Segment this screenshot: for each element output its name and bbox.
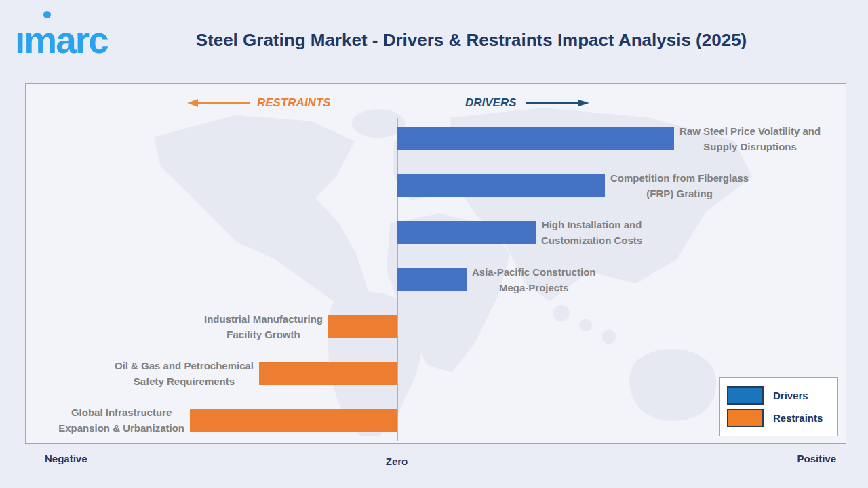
bar-label: Oil & Gas and PetrochemicalSafety Requir… [115, 358, 254, 389]
page-title: Steel Grating Market - Drivers & Restrai… [156, 30, 787, 51]
restraints-arrow-icon [187, 98, 252, 108]
imarc-logo-dot-icon [43, 11, 51, 18]
legend-item-drivers: Drivers [727, 386, 808, 405]
legend-item-restraints: Restraints [727, 409, 823, 427]
restraint-bar [190, 409, 397, 432]
bar-label: Asia-Pacific ConstructionMega-Projects [472, 264, 596, 296]
imarc-logo: ımarc [15, 20, 151, 62]
bar-label: Competition from Fiberglass(FRP) Grating [610, 170, 749, 201]
legend-box: Drivers Restraints [719, 377, 838, 436]
bar-label: Raw Steel Price Volatility andSupply Dis… [679, 123, 821, 155]
drivers-section-header: DRIVERS [465, 96, 517, 110]
driver-bar [397, 268, 467, 291]
restraints-section-header: RESTRAINTS [257, 96, 331, 110]
legend-label-restraints: Restraints [773, 412, 823, 424]
axis-label-positive: Positive [797, 453, 836, 464]
axis-label-negative: Negative [45, 453, 87, 464]
driver-bar [397, 221, 536, 244]
imarc-logo-word: ımarc [15, 22, 108, 59]
restraints-swatch-icon [727, 409, 764, 427]
bar-label: Industrial ManufacturingFacility Growth [204, 311, 323, 342]
bar-label: Global InfrastructureExpansion & Urbaniz… [58, 405, 184, 436]
drivers-arrow-icon [524, 98, 589, 108]
drivers-swatch-icon [727, 386, 764, 405]
restraint-bar [259, 362, 397, 385]
driver-bar [397, 127, 674, 150]
legend-label-drivers: Drivers [773, 390, 808, 401]
driver-bar [397, 174, 605, 197]
axis-label-zero: Zero [386, 455, 408, 467]
bar-label: High Installation andCustomization Costs [541, 217, 642, 248]
restraint-bar [328, 315, 397, 338]
